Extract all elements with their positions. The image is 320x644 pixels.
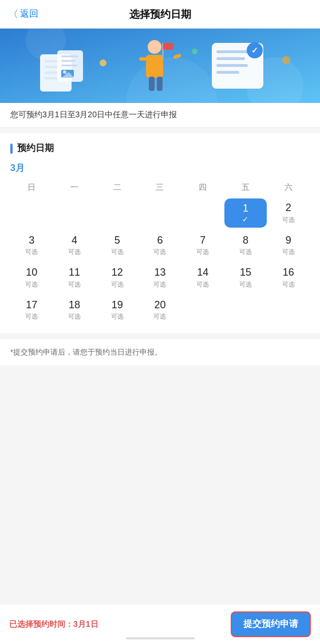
- submit-button[interactable]: 提交预约申请: [231, 611, 311, 637]
- header: 〈 返回 选择预约日期: [0, 0, 320, 29]
- day-sub-label: 可选: [25, 312, 38, 321]
- calendar-day-cell[interactable]: 11可选: [53, 263, 96, 292]
- page-title: 选择预约日期: [129, 7, 191, 21]
- selected-date-value: 3月1日: [73, 619, 98, 629]
- svg-rect-26: [216, 57, 245, 60]
- day-number: 19: [112, 299, 123, 312]
- calendar-day-cell[interactable]: 10可选: [10, 263, 53, 292]
- day-sub-label: 可选: [282, 280, 295, 289]
- reminder: *提交预约申请后，请您于预约当日进行申报。: [0, 339, 320, 365]
- day-sub-label: 可选: [239, 248, 252, 256]
- calendar-day-cell[interactable]: 2可选: [267, 198, 310, 228]
- calendar-day-cell[interactable]: 12可选: [96, 263, 139, 292]
- day-sub-label: 可选: [25, 280, 38, 289]
- day-number: 9: [286, 234, 291, 247]
- calendar-day-cell: [267, 296, 310, 325]
- svg-rect-25: [216, 50, 251, 53]
- svg-rect-10: [61, 55, 78, 57]
- day-sub-label: 可选: [68, 280, 81, 289]
- svg-rect-28: [216, 71, 239, 74]
- day-number: 8: [243, 234, 248, 247]
- home-indicator: [126, 637, 195, 639]
- calendar-day-cell[interactable]: 20可选: [139, 296, 181, 325]
- day-number: 11: [69, 267, 80, 279]
- info-bar: 您可预约3月1日至3月20日中任意一天进行申报: [0, 103, 320, 128]
- svg-point-31: [100, 59, 106, 66]
- day-sub-label: 可选: [111, 280, 124, 289]
- month-label: 3月: [10, 162, 310, 174]
- day-sub-label: 可选: [25, 248, 38, 256]
- selected-date-label: 已选择预约时间：3月1日: [9, 619, 231, 630]
- svg-point-32: [192, 49, 197, 54]
- calendar-day-cell[interactable]: 18可选: [53, 296, 96, 325]
- calendar-day-cell: [181, 198, 224, 228]
- svg-rect-17: [146, 55, 163, 78]
- day-number: 17: [26, 299, 37, 312]
- calendar-section: 预约日期 3月 日一二三四五六 1✓2可选3可选4可选5可选6可选7可选8可选9…: [0, 133, 320, 333]
- day-number: 5: [114, 234, 120, 247]
- day-sub-label: 可选: [153, 248, 166, 256]
- svg-point-14: [63, 70, 66, 74]
- info-text: 您可预约3月1日至3月20日中任意一天进行申报: [10, 110, 177, 119]
- day-number: 13: [154, 267, 165, 279]
- day-number: 3: [29, 234, 34, 247]
- calendar-day-cell[interactable]: 7可选: [181, 231, 224, 260]
- back-button[interactable]: 〈 返回: [8, 7, 38, 21]
- day-number: 4: [72, 234, 77, 247]
- calendar-day-cell[interactable]: 15可选: [224, 263, 267, 292]
- day-number: 12: [112, 267, 123, 279]
- weekday-label: 二: [96, 180, 139, 195]
- svg-text:✓: ✓: [251, 46, 258, 55]
- day-number: 16: [283, 267, 294, 279]
- weekday-label: 三: [139, 180, 181, 195]
- day-sub-label: 可选: [196, 280, 209, 289]
- svg-rect-8: [45, 77, 59, 79]
- back-chevron-icon: 〈: [8, 7, 18, 21]
- day-check-icon: ✓: [242, 215, 248, 224]
- day-sub-label: 可选: [68, 248, 81, 256]
- day-number: 20: [154, 299, 165, 312]
- svg-rect-21: [157, 77, 163, 91]
- calendar-day-cell: [53, 198, 96, 228]
- svg-rect-27: [216, 64, 248, 67]
- calendar-weekday-header: 日一二三四五六: [10, 180, 310, 195]
- calendar-day-cell[interactable]: 6可选: [139, 231, 181, 260]
- svg-rect-11: [61, 60, 76, 62]
- weekday-label: 一: [53, 180, 96, 195]
- day-number: 6: [157, 234, 163, 247]
- day-sub-label: 可选: [282, 216, 295, 224]
- day-number: 1: [243, 202, 248, 215]
- svg-point-33: [282, 56, 290, 64]
- svg-rect-23: [163, 43, 173, 50]
- calendar-day-cell[interactable]: 5可选: [96, 231, 139, 260]
- day-sub-label: 可选: [111, 312, 124, 321]
- calendar-day-cell[interactable]: 3可选: [10, 231, 53, 260]
- day-number: 15: [240, 267, 251, 279]
- day-sub-label: 可选: [196, 248, 209, 256]
- weekday-label: 日: [10, 180, 53, 195]
- calendar-day-cell: [96, 198, 139, 228]
- calendar-day-cell[interactable]: 16可选: [267, 263, 310, 292]
- calendar-day-cell[interactable]: 4可选: [53, 231, 96, 260]
- calendar: 日一二三四五六 1✓2可选3可选4可选5可选6可选7可选8可选9可选10可选11…: [10, 180, 310, 324]
- calendar-day-cell[interactable]: 17可选: [10, 296, 53, 325]
- calendar-day-cell[interactable]: 8可选: [224, 231, 267, 260]
- calendar-grid: 1✓2可选3可选4可选5可选6可选7可选8可选9可选10可选11可选12可选13…: [10, 198, 310, 324]
- day-sub-label: 可选: [239, 280, 252, 289]
- calendar-day-cell[interactable]: 13可选: [139, 263, 181, 292]
- back-label: 返回: [20, 8, 38, 20]
- svg-point-16: [148, 40, 161, 54]
- weekday-label: 五: [224, 180, 267, 195]
- day-number: 18: [69, 299, 80, 312]
- svg-rect-20: [149, 77, 155, 91]
- calendar-day-cell[interactable]: 19可选: [96, 296, 139, 325]
- banner-illustration: ✓: [0, 29, 320, 103]
- day-sub-label: 可选: [282, 248, 295, 256]
- selected-label-text: 已选择预约时间：: [9, 619, 73, 629]
- calendar-day-cell[interactable]: 1✓: [224, 198, 267, 228]
- day-sub-label: 可选: [68, 312, 81, 321]
- banner: ✓: [0, 29, 320, 103]
- day-sub-label: 可选: [153, 312, 166, 321]
- calendar-day-cell[interactable]: 14可选: [181, 263, 224, 292]
- calendar-day-cell[interactable]: 9可选: [267, 231, 310, 260]
